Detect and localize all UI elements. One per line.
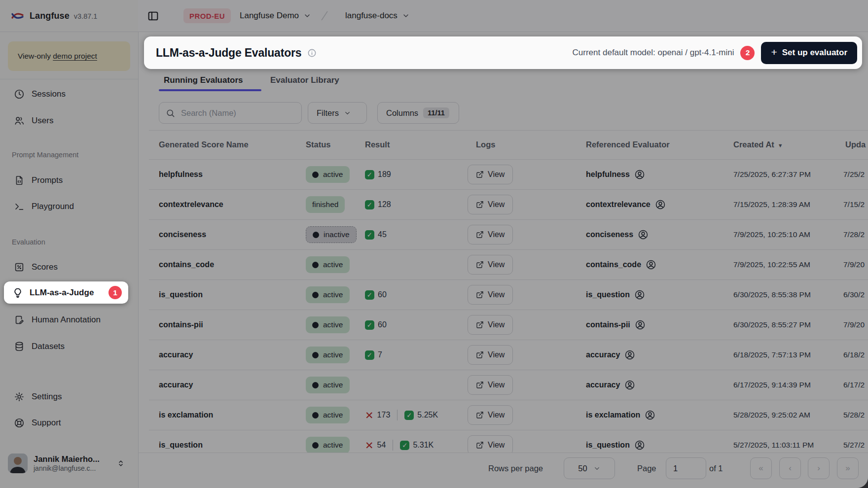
view-logs-button[interactable]: View <box>468 255 513 275</box>
score-name-cell: is_question <box>159 430 203 453</box>
result-separator <box>393 440 393 451</box>
view-logs-button[interactable]: View <box>468 345 513 365</box>
search-input[interactable] <box>180 108 295 118</box>
external-link-icon <box>476 381 484 389</box>
table-row[interactable]: is exclamationactive✕173✓5.25KViewis exc… <box>149 400 868 430</box>
status-cell: active <box>306 310 350 340</box>
tab-running-evaluators[interactable]: Running Evaluators <box>164 75 243 88</box>
referenced-evaluator-cell[interactable]: helpfulness <box>586 160 645 189</box>
view-logs-button[interactable]: View <box>468 435 513 453</box>
org-switcher[interactable]: Langfuse Demo <box>240 0 311 32</box>
referenced-evaluator-cell[interactable]: contextrelevance <box>586 190 666 219</box>
logs-cell: View <box>468 280 513 310</box>
view-logs-button[interactable]: View <box>468 315 513 335</box>
view-logs-button[interactable]: View <box>468 285 513 305</box>
sidebar: Langfuse v3.87.1 View-only demo project … <box>0 0 139 488</box>
table-row[interactable]: contains-piiactive✓60Viewcontains-pii6/3… <box>149 310 868 340</box>
users-icon <box>14 115 25 126</box>
table-row[interactable]: helpfulnessactive✓189Viewhelpfulness7/25… <box>149 160 868 190</box>
referenced-evaluator-cell[interactable]: is_question <box>586 280 645 310</box>
referenced-evaluator-cell[interactable]: accuracy <box>586 340 635 370</box>
status-cell: active <box>306 370 350 400</box>
logs-cell: View <box>468 400 513 430</box>
sidebar-item-support[interactable]: Support <box>6 412 132 434</box>
columns-button[interactable]: Columns 11/11 <box>377 102 459 124</box>
column-header-score-name[interactable]: Generated Score Name <box>159 130 249 159</box>
updated-at-cell: 7/28/2 <box>843 220 865 249</box>
table-row[interactable]: concisenessinactive✓45Viewconciseness7/9… <box>149 220 868 250</box>
table-row[interactable]: accuracyactive✓7Viewaccuracy6/18/2025, 7… <box>149 340 868 370</box>
created-at-cell: 5/28/2025, 9:25:02 AM <box>733 400 810 430</box>
search-icon <box>166 108 175 118</box>
view-logs-button[interactable]: View <box>468 375 513 395</box>
sidebar-item-human-annotation[interactable]: Human Annotation <box>6 309 132 331</box>
referenced-evaluator-cell[interactable]: is_question <box>586 430 645 453</box>
score-name-cell: helpfulness <box>159 160 203 189</box>
previous-page-button[interactable]: ‹ <box>779 457 801 479</box>
column-header-status[interactable]: Status <box>306 130 330 159</box>
column-header-result[interactable]: Result <box>365 130 390 159</box>
user-profile-menu[interactable]: Jannik Maierho... jannik@langfuse.c... <box>6 450 132 477</box>
referenced-evaluator-cell[interactable]: is exclamation <box>586 400 655 430</box>
table-row[interactable]: is_questionactive✕54✓5.31KViewis_questio… <box>149 430 868 453</box>
sidebar-item-users[interactable]: Users <box>6 110 132 132</box>
rows-per-page-select[interactable]: 50 <box>564 457 615 479</box>
sidebar-item-llm-as-a-judge[interactable]: LLM-as-a-Judge 1 <box>4 281 128 304</box>
demo-project-link[interactable]: demo project <box>53 52 97 61</box>
view-logs-button[interactable]: View <box>468 225 513 244</box>
sidebar-item-playground[interactable]: Playground <box>6 196 132 217</box>
filters-button[interactable]: Filters <box>308 102 367 124</box>
table-row[interactable]: contains_codeactiveViewcontains_code7/9/… <box>149 250 868 280</box>
status-cell: active <box>306 400 350 430</box>
tab-evaluator-library[interactable]: Evaluator Library <box>270 75 339 88</box>
external-link-icon <box>476 261 484 269</box>
life-buoy-icon <box>14 418 25 428</box>
sidebar-item-label: Scores <box>32 262 58 272</box>
version-label: v3.87.1 <box>74 12 98 20</box>
result-cell: ✕54✓5.31K <box>365 430 434 453</box>
sidebar-item-prompts[interactable]: Prompts <box>6 170 132 191</box>
pass-check-icon: ✓ <box>404 411 414 420</box>
result-cell: ✓45 <box>365 220 387 249</box>
referenced-evaluator-cell[interactable]: conciseness <box>586 220 649 249</box>
column-header-created-at[interactable]: Created At ▼ <box>733 130 783 159</box>
fail-count: 173 <box>377 411 391 419</box>
view-logs-button[interactable]: View <box>468 405 513 425</box>
rows-per-page-label: Rows per page <box>488 457 543 479</box>
referenced-evaluator-cell[interactable]: contains-pii <box>586 310 646 340</box>
column-header-referenced-evaluator[interactable]: Referenced Evaluator <box>586 130 670 159</box>
info-icon[interactable] <box>307 48 317 58</box>
sidebar-item-scores[interactable]: Scores <box>6 256 132 278</box>
column-header-logs[interactable]: Logs <box>476 130 495 159</box>
page-number-input[interactable] <box>666 457 706 479</box>
created-at-label: Created At <box>733 140 774 149</box>
next-page-button[interactable]: › <box>808 457 830 479</box>
view-only-notice: View-only demo project <box>8 41 130 71</box>
table-row[interactable]: accuracyactiveViewaccuracy6/17/2025, 9:1… <box>149 370 868 400</box>
sidebar-item-settings[interactable]: Settings <box>6 386 132 408</box>
updated-at-cell: 7/15/2 <box>843 190 865 219</box>
external-link-icon <box>476 351 484 359</box>
view-logs-button[interactable]: View <box>468 195 513 214</box>
user-circle-icon <box>635 319 646 330</box>
sidebar-item-datasets[interactable]: Datasets <box>6 336 132 357</box>
created-at-cell: 6/30/2025, 8:55:38 PM <box>733 280 811 310</box>
table-row[interactable]: is_questionactive✓60Viewis_question6/30/… <box>149 280 868 310</box>
sidebar-item-sessions[interactable]: Sessions <box>6 83 132 105</box>
view-logs-button[interactable]: View <box>468 165 513 184</box>
pass-count: 7 <box>378 350 382 359</box>
status-badge: active <box>306 256 350 273</box>
project-switcher[interactable]: langfuse-docs <box>345 0 410 32</box>
setup-evaluator-button[interactable]: + Set up evaluator <box>761 42 857 64</box>
pass-count: 5.25K <box>417 411 438 419</box>
status-dot <box>312 292 319 298</box>
last-page-button[interactable]: » <box>837 457 859 479</box>
score-name-cell: accuracy <box>159 370 193 400</box>
external-link-icon <box>476 411 484 419</box>
panel-left-icon[interactable] <box>147 10 159 22</box>
referenced-evaluator-cell[interactable]: accuracy <box>586 370 635 400</box>
table-row[interactable]: contextrelevancefinished✓128Viewcontextr… <box>149 190 868 220</box>
first-page-button[interactable]: « <box>750 457 772 479</box>
column-header-updated-at[interactable]: Upda <box>845 130 866 159</box>
referenced-evaluator-cell[interactable]: contains_code <box>586 250 656 279</box>
